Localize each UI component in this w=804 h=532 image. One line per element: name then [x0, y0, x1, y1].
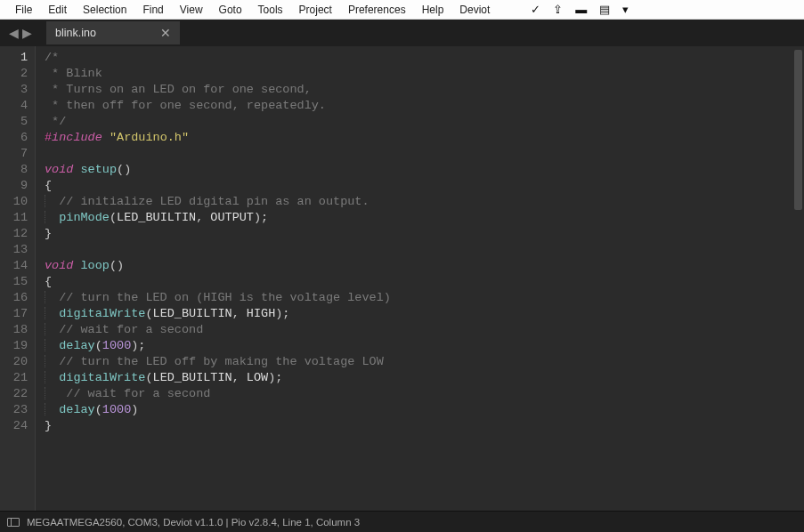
menu-preferences[interactable]: Preferences [340, 2, 414, 18]
menu-tools[interactable]: Tools [250, 2, 291, 18]
tab-active[interactable]: blink.ino ✕ [46, 21, 180, 44]
line-number: 13 [0, 242, 28, 258]
upload-icon[interactable]: ⇪ [547, 1, 569, 18]
line-number: 7 [0, 146, 28, 162]
code-line[interactable]: // initialize LED digital pin as an outp… [45, 194, 391, 210]
tab-bar: ◀ ▶ blink.ino ✕ [0, 20, 804, 46]
nav-back-icon[interactable]: ◀ [9, 26, 19, 40]
menu-goto[interactable]: Goto [211, 2, 250, 18]
check-icon[interactable]: ✓ [524, 1, 547, 18]
line-number: 11 [0, 210, 28, 226]
panel-icon[interactable] [7, 518, 20, 527]
menu-help[interactable]: Help [414, 2, 452, 18]
serial-icon[interactable]: ▤ [593, 1, 616, 18]
gutter: 123456789101112131415161718192021222324 [0, 46, 36, 511]
code-area[interactable]: /* * Blink * Turns on an LED on for one … [36, 46, 391, 511]
line-number: 4 [0, 98, 28, 114]
menu-file[interactable]: File [7, 2, 40, 18]
code-line[interactable]: void loop() [45, 258, 391, 274]
line-number: 3 [0, 82, 28, 98]
code-line[interactable]: { [45, 178, 391, 194]
close-icon[interactable]: ✕ [148, 26, 171, 40]
code-line[interactable]: pinMode(LED_BUILTIN, OUTPUT); [45, 210, 391, 226]
code-line[interactable]: #include "Arduino.h" [45, 130, 391, 146]
line-number: 1 [0, 50, 28, 66]
line-number: 19 [0, 338, 28, 354]
line-number: 17 [0, 306, 28, 322]
code-line[interactable]: * Turns on an LED on for one second, [45, 82, 391, 98]
menu-find[interactable]: Find [134, 2, 171, 18]
code-line[interactable]: // wait for a second [45, 322, 391, 338]
code-line[interactable]: // turn the LED on (HIGH is the voltage … [45, 290, 391, 306]
code-line[interactable]: void setup() [45, 162, 391, 178]
monitor-icon[interactable]: ▬ [569, 1, 593, 18]
editor[interactable]: 123456789101112131415161718192021222324 … [0, 46, 804, 511]
code-line[interactable]: digitalWrite(LED_BUILTIN, LOW); [45, 370, 391, 386]
line-number: 12 [0, 226, 28, 242]
code-line[interactable] [45, 146, 391, 162]
code-line[interactable]: digitalWrite(LED_BUILTIN, HIGH); [45, 306, 391, 322]
code-line[interactable]: * then off for one second, repeatedly. [45, 98, 391, 114]
nav-forward-icon[interactable]: ▶ [22, 26, 32, 40]
line-number: 15 [0, 274, 28, 290]
code-line[interactable]: delay(1000); [45, 338, 391, 354]
code-line[interactable]: } [45, 418, 391, 434]
nav-arrows: ◀ ▶ [4, 26, 37, 40]
scrollbar[interactable] [794, 50, 802, 210]
line-number: 14 [0, 258, 28, 274]
code-line[interactable]: } [45, 226, 391, 242]
menu-selection[interactable]: Selection [75, 2, 134, 18]
line-number: 21 [0, 370, 28, 386]
menu-view[interactable]: View [172, 2, 211, 18]
status-bar: MEGAATMEGA2560, COM3, Deviot v1.1.0 | Pi… [0, 511, 804, 532]
code-line[interactable]: delay(1000) [45, 402, 391, 418]
line-number: 8 [0, 162, 28, 178]
line-number: 9 [0, 178, 28, 194]
tab-title: blink.ino [55, 27, 96, 39]
code-line[interactable]: */ [45, 114, 391, 130]
code-line[interactable] [45, 242, 391, 258]
line-number: 10 [0, 194, 28, 210]
line-number: 20 [0, 354, 28, 370]
line-number: 24 [0, 418, 28, 434]
line-number: 2 [0, 66, 28, 82]
code-line[interactable]: { [45, 274, 391, 290]
menu-bar: FileEditSelectionFindViewGotoToolsProjec… [0, 0, 804, 20]
menu-project[interactable]: Project [291, 2, 340, 18]
line-number: 16 [0, 290, 28, 306]
menu-deviot[interactable]: Deviot [451, 2, 498, 18]
line-number: 5 [0, 114, 28, 130]
code-line[interactable]: // wait for a second [45, 386, 391, 402]
line-number: 6 [0, 130, 28, 146]
code-line[interactable]: /* [45, 50, 391, 66]
status-text: MEGAATMEGA2560, COM3, Deviot v1.1.0 | Pi… [27, 517, 360, 528]
line-number: 22 [0, 386, 28, 402]
menu-edit[interactable]: Edit [40, 2, 75, 18]
line-number: 23 [0, 402, 28, 418]
dropdown-icon[interactable]: ▾ [616, 1, 635, 18]
line-number: 18 [0, 322, 28, 338]
code-line[interactable]: * Blink [45, 66, 391, 82]
code-line[interactable]: // turn the LED off by making the voltag… [45, 354, 391, 370]
